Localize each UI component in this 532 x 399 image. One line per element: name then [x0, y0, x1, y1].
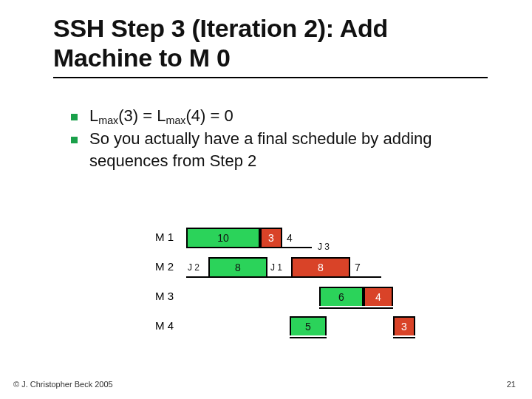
bar-m4-j2: 5	[290, 316, 327, 335]
track-m2: J 2 8 J 1 8 J 3 7	[186, 257, 381, 278]
chart-row-m1: M 1 10 3 4	[155, 228, 415, 257]
bullet-text-2: So you actually have a final schedule by…	[89, 128, 474, 171]
bar-m4-j1: 3	[393, 316, 415, 335]
track-m1: 10 3 4	[186, 228, 312, 248]
title-line-1: SSH Step 3 (Iteration 2): Add	[53, 14, 388, 42]
row-label-m4: M 4	[155, 316, 186, 332]
schedule-chart: M 1 10 3 4 M 2 J 2 8 J 1 8 J 3 7 M 3 6 4…	[155, 228, 415, 346]
chart-row-m2: M 2 J 2 8 J 1 8 J 3 7	[155, 257, 415, 287]
bar-m1-j1: 3	[260, 228, 282, 247]
bar-m2-j3-label: J 3	[316, 236, 338, 257]
row-label-m2: M 2	[155, 257, 186, 273]
title-underline	[53, 77, 488, 78]
bar-m2-j3-dur: 7	[353, 257, 381, 278]
bullet-list: Lmax(3) = Lmax(4) = 0 So you actually ha…	[71, 105, 532, 171]
bar-m2-j2-label: J 2	[186, 257, 208, 278]
track-m4: 5 3	[186, 316, 415, 337]
chart-row-m3: M 3 6 4	[155, 287, 415, 316]
row-label-m1: M 1	[155, 228, 186, 243]
title-line-2: Machine to M 0	[53, 44, 231, 72]
slide-title: SSH Step 3 (Iteration 2): Add Machine to…	[0, 0, 532, 72]
chart-row-m4: M 4 5 3	[155, 316, 415, 346]
bullet-item: So you actually have a final schedule by…	[71, 128, 532, 171]
bullet-item: Lmax(3) = Lmax(4) = 0	[71, 105, 532, 128]
bullet-icon	[71, 137, 78, 143]
row-label-m3: M 3	[155, 287, 186, 302]
bar-m1-j2: 10	[186, 228, 260, 247]
bar-m2-j1-label: J 1	[269, 257, 291, 278]
slide-number: 21	[507, 380, 516, 389]
bullet-icon	[71, 114, 78, 120]
track-m3: 6 4	[186, 287, 393, 307]
bar-m3-j1: 4	[364, 287, 393, 306]
bar-m1-j3-label: 4	[285, 228, 312, 248]
bullet-text-1: Lmax(3) = Lmax(4) = 0	[89, 105, 233, 128]
bar-m2-j1: 8	[291, 257, 350, 276]
footer-copyright: © J. Christopher Beck 2005	[13, 380, 113, 389]
bar-m2-j2: 8	[208, 257, 267, 276]
bar-m3-j2: 6	[319, 287, 364, 306]
